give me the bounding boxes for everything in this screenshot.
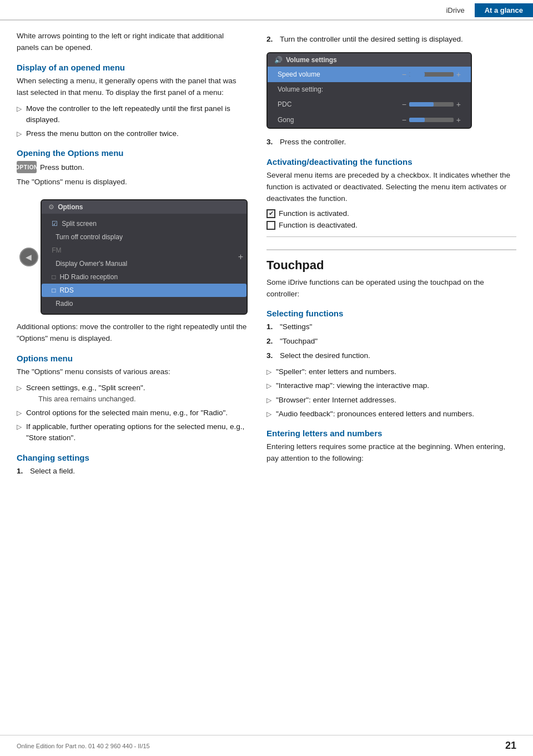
list-item: 2. Turn the controller until the desired… — [266, 34, 516, 46]
opening-options-menu-heading: Opening the Options menu — [17, 148, 248, 158]
right-steps-top: 2. Turn the controller until the desired… — [266, 34, 516, 46]
tab-at-a-glance[interactable]: At a glance — [475, 3, 533, 17]
list-item: 1. Select a field. — [17, 466, 248, 477]
vol-bar-fill — [409, 118, 425, 122]
arrow-icon: ▷ — [17, 422, 22, 432]
page-footer: Online Edition for Part no. 01 40 2 960 … — [0, 735, 533, 756]
tab-idrive[interactable]: iDrive — [436, 3, 474, 17]
vol-plus-icon: + — [456, 115, 461, 124]
screen-item-split-screen: Split screen — [42, 217, 247, 230]
touchpad-intro: Some iDrive functions can be operated us… — [266, 277, 516, 300]
footer-text: Online Edition for Part no. 01 40 2 960 … — [17, 743, 150, 749]
screen-item-turn-off: Turn off control display — [42, 230, 247, 244]
selecting-functions-steps: 1. "Settings" 2. "Touchpad" 3. Select th… — [266, 321, 516, 362]
left-arrow-icon: ◀ — [26, 253, 32, 261]
controller-left: ◀ — [17, 245, 41, 269]
vol-item-gong: Gong − + — [268, 112, 471, 128]
display-opened-menu-paragraph: When selecting a menu, it generally open… — [17, 75, 248, 99]
list-item: ▷ Press the menu button on the controlle… — [17, 128, 248, 139]
selecting-functions-heading: Selecting functions — [266, 309, 516, 318]
page-number: 21 — [496, 740, 516, 752]
options-menu-displayed-text: The "Options" menu is displayed. — [17, 177, 248, 188]
list-item: ▷ Control options for the selected main … — [17, 407, 248, 419]
function-activated-label: Function is activated. — [279, 209, 349, 218]
list-item: 3. Press the controller. — [266, 137, 516, 148]
touchpad-heading: Touchpad — [266, 249, 516, 273]
options-screen-mockup: ⚙ Options Split screen Turn off control … — [41, 199, 248, 315]
right-column: 2. Turn the controller until the desired… — [261, 31, 533, 482]
arrow-icon: ▷ — [266, 409, 271, 419]
vol-minus-icon: − — [402, 100, 406, 109]
list-item: 3. Select the desired function. — [266, 350, 516, 362]
function-deactivated-label: Function is deactivated. — [279, 221, 358, 229]
activating-functions-paragraph: Several menu items are preceded by a che… — [266, 170, 516, 205]
vol-bar-fill — [409, 102, 434, 107]
arrow-icon: ▷ — [17, 104, 22, 114]
screen-item-display-manual: Display Owner's Manual — [42, 257, 247, 270]
screen-item-rds: RDS — [42, 284, 247, 297]
volume-title-text: Volume settings — [286, 56, 337, 64]
options-menu-bullets: ▷ Screen settings, e.g., "Split screen".… — [17, 382, 248, 444]
vol-bar-track — [409, 118, 454, 122]
arrow-icon: ▷ — [17, 408, 22, 418]
vol-bar-gong: − + — [402, 115, 461, 124]
vol-bar-track — [409, 102, 454, 107]
changing-settings-steps: 1. Select a field. — [17, 466, 248, 477]
arrow-icon: ▷ — [266, 381, 271, 391]
options-menu-heading: Options menu — [17, 354, 248, 363]
page-header: iDrive At a glance — [0, 0, 533, 21]
vol-item-speed-volume: Speed volume − + — [268, 67, 471, 82]
screen-item-fm: FM — [42, 244, 247, 257]
vol-item-pdc: PDC − + — [268, 97, 471, 112]
vol-bar-fill — [409, 72, 425, 77]
vol-minus-icon: − — [402, 115, 406, 124]
entering-letters-paragraph: Entering letters requires some practice … — [266, 441, 516, 465]
display-opened-menu-heading: Display of an opened menu — [17, 63, 248, 72]
display-opened-menu-bullets: ▷ Move the controller to the left repeat… — [17, 103, 248, 140]
plus-icon: + — [238, 252, 243, 262]
option-button-image: OPTION — [17, 161, 37, 173]
selecting-functions-sub-bullets: ▷ "Speller": enter letters and numbers. … — [266, 366, 516, 420]
activating-functions-heading: Activating/deactivating the functions — [266, 157, 516, 167]
list-item: ▷ Move the controller to the left repeat… — [17, 103, 248, 126]
list-item: 2. "Touchpad" — [266, 336, 516, 347]
screen-item-radio: Radio — [42, 297, 247, 310]
intro-paragraph: White arrows pointing to the left or rig… — [17, 31, 248, 54]
volume-icon: 🔊 — [274, 56, 283, 64]
list-item: ▷ "Speller": enter letters and numbers. — [266, 366, 516, 377]
function-activated-row: ✔ Function is activated. — [266, 209, 516, 218]
header-tab-group: iDrive At a glance — [436, 3, 533, 17]
screen-options-icon: ⚙ — [48, 203, 54, 211]
function-deactivated-row: Function is deactivated. — [266, 221, 516, 230]
list-item: ▷ Screen settings, e.g., "Split screen".… — [17, 382, 248, 405]
screen-item-hd-radio: HD Radio reception — [42, 270, 247, 284]
options-menu-intro: The "Options" menu consists of various a… — [17, 366, 248, 378]
screen-title-text: Options — [58, 203, 83, 211]
left-column: White arrows pointing to the left or rig… — [0, 31, 261, 482]
list-item: ▷ "Browser": enter Internet addresses. — [266, 395, 516, 406]
list-item: ▷ "Audio feedback": pronounces entered l… — [266, 409, 516, 420]
sub-item: This area remains unchanged. — [38, 394, 145, 405]
additional-options-text: Additional options: move the controller … — [17, 321, 248, 345]
vol-plus-icon: + — [456, 70, 461, 79]
list-item: 1. "Settings" — [266, 321, 516, 333]
checkbox-activated-icon: ✔ — [266, 209, 275, 218]
checkbox-deactivated-icon — [266, 221, 275, 230]
vol-item-volume-setting: Volume setting: — [268, 82, 471, 97]
arrow-icon: ▷ — [17, 129, 22, 139]
vol-bar-track — [409, 72, 454, 77]
section-divider — [266, 236, 516, 237]
controller-circle: ◀ — [19, 248, 38, 266]
volume-title-bar: 🔊 Volume settings — [268, 53, 471, 67]
arrow-icon: ▷ — [266, 367, 271, 377]
entering-letters-heading: Entering letters and numbers — [266, 429, 516, 438]
main-content: White arrows pointing to the left or rig… — [0, 21, 533, 482]
changing-settings-heading: Changing settings — [17, 453, 248, 462]
vol-minus-icon: − — [402, 70, 406, 79]
press-button-text: Press button. — [40, 163, 84, 172]
vol-bar-speed-volume: − + — [402, 70, 461, 79]
arrow-icon: ▷ — [266, 395, 271, 405]
right-steps-step3: 3. Press the controller. — [266, 137, 516, 148]
vol-bar-pdc: − + — [402, 100, 461, 109]
options-screen-container: ◀ ⚙ Options Split screen Turn off contro… — [17, 193, 248, 321]
